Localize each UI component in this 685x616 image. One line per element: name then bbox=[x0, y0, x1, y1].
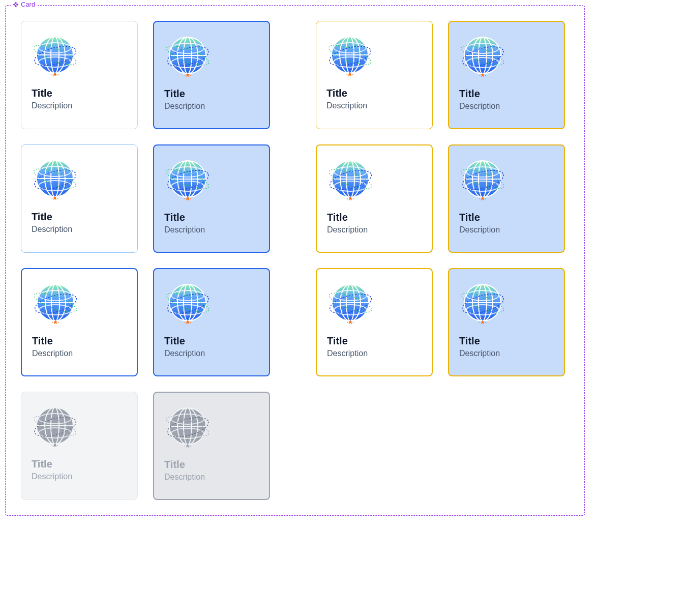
card-pair-left: TitleDescription TitleDescription bbox=[21, 268, 270, 376]
card-description: Description bbox=[164, 349, 259, 358]
card-row: TitleDescription TitleDescription bbox=[21, 392, 569, 500]
card-title: Title bbox=[327, 335, 422, 347]
svg-point-29 bbox=[349, 73, 351, 76]
globe-icon bbox=[164, 156, 211, 202]
card-title: Title bbox=[164, 335, 259, 347]
card-description: Description bbox=[164, 473, 259, 482]
card-description: Description bbox=[164, 102, 259, 111]
card-description: Description bbox=[327, 349, 422, 358]
card[interactable]: TitleDescription bbox=[153, 268, 270, 376]
svg-point-19 bbox=[187, 74, 189, 76]
card-pair-right: TitleDescription TitleDescription bbox=[316, 144, 565, 253]
svg-point-9 bbox=[54, 73, 56, 76]
globe-icon bbox=[327, 156, 374, 202]
svg-point-109 bbox=[349, 321, 352, 324]
card-description: Description bbox=[32, 225, 127, 234]
svg-point-99 bbox=[187, 321, 189, 324]
card-pair-right: TitleDescription TitleDescription bbox=[316, 268, 565, 376]
svg-point-69 bbox=[349, 197, 352, 200]
globe-icon bbox=[32, 402, 78, 449]
card-description: Description bbox=[459, 349, 554, 358]
card-description: Description bbox=[326, 101, 422, 110]
globe-icon bbox=[32, 32, 78, 78]
globe-icon bbox=[164, 32, 211, 79]
card-description: Description bbox=[327, 225, 422, 234]
card-pair-left: TitleDescription TitleDescription bbox=[21, 144, 270, 253]
card-pair-left: TitleDescription TitleDescription bbox=[21, 392, 270, 500]
card[interactable]: TitleDescription bbox=[316, 268, 433, 376]
card[interactable]: TitleDescription bbox=[448, 21, 565, 129]
globe-icon bbox=[459, 156, 506, 202]
svg-point-89 bbox=[54, 321, 57, 324]
card[interactable]: TitleDescription bbox=[448, 144, 565, 253]
svg-point-59 bbox=[187, 197, 189, 200]
card-title: Title bbox=[32, 211, 127, 223]
card-title: Title bbox=[459, 88, 554, 100]
card-description: Description bbox=[164, 225, 259, 234]
component-icon bbox=[13, 2, 19, 8]
card-description: Description bbox=[32, 101, 127, 110]
card[interactable]: TitleDescription bbox=[21, 144, 138, 253]
card-title: Title bbox=[164, 459, 259, 471]
svg-point-119 bbox=[482, 321, 484, 324]
globe-icon bbox=[164, 279, 211, 326]
svg-point-49 bbox=[54, 197, 56, 199]
component-frame: Card TitleDescription bbox=[5, 5, 585, 516]
card-title: Title bbox=[32, 335, 127, 347]
card-description: Description bbox=[459, 225, 554, 234]
svg-point-79 bbox=[482, 197, 484, 200]
card-title: Title bbox=[459, 335, 554, 347]
card-description: Description bbox=[459, 102, 554, 111]
globe-icon bbox=[32, 155, 78, 202]
card-description: Description bbox=[32, 472, 127, 481]
card[interactable]: TitleDescription bbox=[448, 268, 565, 376]
card[interactable]: TitleDescription bbox=[21, 268, 138, 376]
card-row: TitleDescription TitleDescription bbox=[21, 144, 569, 253]
card: TitleDescription bbox=[21, 392, 138, 500]
card-pair-right: TitleDescription TitleDescription bbox=[316, 21, 565, 129]
globe-icon bbox=[327, 279, 374, 326]
card-title: Title bbox=[164, 212, 259, 223]
card-title: Title bbox=[164, 88, 259, 100]
card[interactable]: TitleDescription bbox=[316, 21, 433, 129]
frame-label: Card bbox=[11, 1, 37, 8]
card[interactable]: TitleDescription bbox=[153, 21, 270, 129]
card-row: TitleDescription TitleDescription bbox=[21, 268, 569, 376]
frame-label-text: Card bbox=[21, 1, 35, 8]
globe-icon bbox=[459, 279, 506, 326]
card-title: Title bbox=[459, 212, 554, 223]
card[interactable]: TitleDescription bbox=[153, 144, 270, 253]
card: TitleDescription bbox=[153, 392, 270, 500]
card[interactable]: TitleDescription bbox=[21, 21, 138, 129]
card-title: Title bbox=[32, 87, 127, 99]
card-pair-left: TitleDescription TitleDescription bbox=[21, 21, 270, 129]
card[interactable]: TitleDescription bbox=[316, 144, 433, 253]
card-description: Description bbox=[32, 349, 127, 358]
globe-icon bbox=[164, 403, 211, 450]
svg-point-129 bbox=[54, 444, 56, 447]
svg-point-139 bbox=[187, 445, 189, 447]
card-title: Title bbox=[32, 458, 127, 470]
globe-icon bbox=[326, 32, 373, 78]
card-row: TitleDescription TitleDescription bbox=[21, 21, 569, 129]
card-title: Title bbox=[327, 212, 422, 223]
svg-point-39 bbox=[482, 74, 484, 76]
globe-icon bbox=[32, 279, 79, 326]
globe-icon bbox=[459, 32, 506, 79]
card-title: Title bbox=[326, 87, 422, 99]
